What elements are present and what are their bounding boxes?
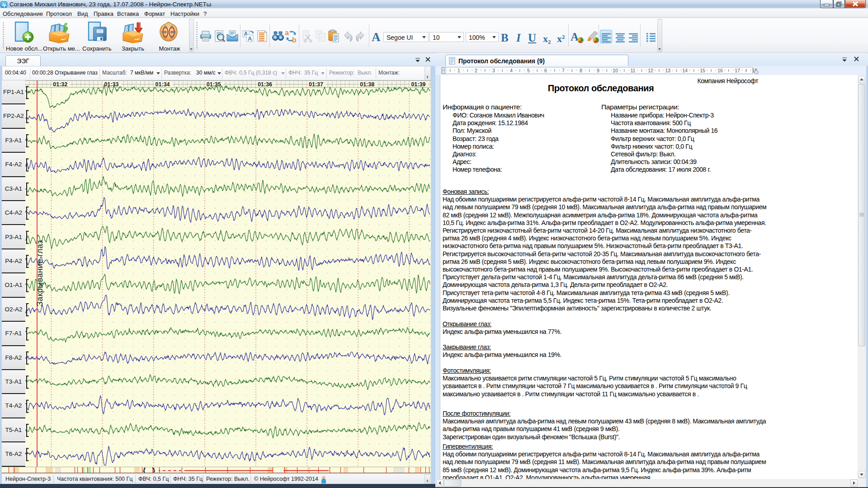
svg-text:01:36: 01:36 [258, 81, 272, 88]
svg-text:Закрывание глаз: Закрывание глаз [35, 240, 44, 306]
svg-text:7: 7 [562, 68, 565, 73]
svg-text:01:38: 01:38 [360, 81, 374, 88]
svg-text:}: } [152, 467, 155, 473]
svg-text:01:32: 01:32 [53, 81, 67, 88]
svg-text:A: A [248, 35, 252, 42]
svg-text:01:35: 01:35 [207, 81, 221, 88]
svg-text:a: a [285, 29, 289, 37]
svg-text:11: 11 [631, 68, 636, 73]
svg-text:b: b [292, 36, 297, 43]
svg-text:9: 9 [597, 68, 599, 73]
svg-text:15: 15 [700, 68, 705, 73]
svg-text:17: 17 [735, 68, 740, 73]
svg-text:A: A [571, 31, 579, 43]
svg-text:01:34: 01:34 [156, 81, 170, 88]
svg-text:14: 14 [682, 68, 688, 73]
svg-text:01:39: 01:39 [411, 81, 425, 88]
svg-text:{: { [143, 467, 146, 473]
svg-text:3: 3 [492, 68, 495, 73]
svg-text:5: 5 [527, 68, 530, 73]
svg-text:6: 6 [544, 68, 547, 73]
svg-text:01:33: 01:33 [104, 81, 118, 88]
svg-text:8: 8 [580, 68, 582, 73]
svg-text:10: 10 [613, 68, 618, 73]
svg-text:4: 4 [510, 68, 513, 73]
svg-text:2: 2 [475, 68, 477, 73]
svg-text:16: 16 [717, 68, 723, 73]
svg-text:01:37: 01:37 [309, 81, 323, 88]
svg-text:13: 13 [665, 68, 670, 73]
svg-text:1: 1 [458, 68, 460, 73]
svg-text:12: 12 [648, 68, 653, 73]
